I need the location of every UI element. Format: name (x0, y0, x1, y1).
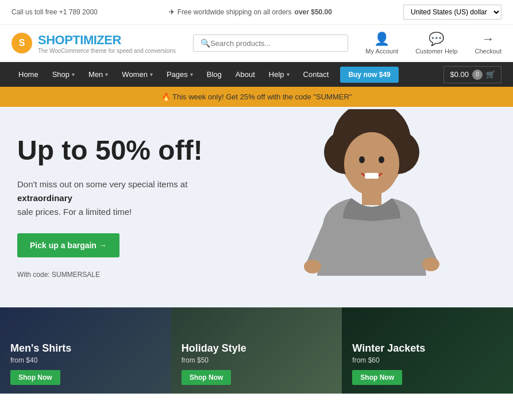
navbar: Home Shop▾ Men▾ Women▾ Pages▾ Blog About… (0, 62, 513, 87)
search-bar[interactable]: 🔍 (193, 34, 348, 52)
help-label: Customer Help (415, 48, 457, 55)
nav-items: Home Shop▾ Men▾ Women▾ Pages▾ Blog About… (11, 62, 399, 87)
shipping-prefix: Free worldwide shipping on all orders (178, 8, 292, 16)
cart-area[interactable]: $0.00 0 🛒 (443, 66, 502, 83)
nav-help[interactable]: Help▾ (262, 62, 296, 87)
logo-name-suffix: TIMIZER (72, 33, 121, 47)
hero-desc-suffix: sale prices. For a limited time! (17, 207, 132, 217)
help-icon: 💬 (429, 32, 444, 47)
men-chevron: ▾ (105, 71, 108, 78)
checkout-icon: → (482, 32, 495, 47)
plane-icon: ✈ (169, 8, 175, 16)
product-from-1: from $40 (10, 356, 161, 364)
promo-icon: 🔥 (161, 93, 171, 101)
hero-person-illustration (277, 109, 466, 305)
search-bar-inner[interactable]: 🔍 (193, 34, 348, 52)
svg-point-8 (359, 156, 365, 163)
customer-help-button[interactable]: 💬 Customer Help (415, 32, 457, 55)
product-from-2: from $50 (182, 356, 332, 364)
shipping-notice: ✈ Free worldwide shipping on all orders … (169, 8, 332, 16)
shipping-amount: over $50.00 (295, 8, 332, 16)
logo-name-prefix: SHOP (38, 33, 72, 47)
nav-shop[interactable]: Shop▾ (45, 62, 82, 87)
svg-point-12 (304, 260, 321, 273)
currency-selector-area[interactable]: United States (US) dollar (403, 5, 502, 20)
logo-area[interactable]: S SHOPTIMIZER The WooCommerce theme for … (11, 33, 176, 54)
nav-contact[interactable]: Contact (296, 62, 336, 87)
cart-icon: 🛒 (486, 70, 495, 79)
shop-now-button-2[interactable]: Shop Now (182, 370, 232, 385)
svg-point-9 (379, 156, 384, 163)
product-title-3: Winter Jackets (352, 342, 503, 355)
cart-price: $0.00 (450, 70, 469, 79)
logo-text-area: SHOPTIMIZER The WooCommerce theme for sp… (38, 33, 176, 54)
promo-text: This week only! Get 25% off with the cod… (172, 93, 352, 101)
nav-home[interactable]: Home (11, 62, 45, 87)
cart-button[interactable]: $0.00 0 🛒 (443, 66, 502, 83)
product-title-2: Holiday Style (182, 342, 332, 355)
cart-count: 0 (472, 70, 483, 80)
women-chevron: ▾ (150, 71, 153, 78)
logo-icon-letter: S (19, 38, 25, 48)
hero-content: Up to 50% off! Don't miss out on some ve… (0, 107, 257, 307)
promo-bar: 🔥 This week only! Get 25% off with the c… (0, 87, 513, 107)
header-actions: 👤 My Account 💬 Customer Help → Checkout (365, 32, 502, 55)
site-header: S SHOPTIMIZER The WooCommerce theme for … (0, 25, 513, 62)
product-card-mens-shirts: Men's Shirts from $40 Shop Now (0, 307, 171, 394)
svg-point-13 (422, 257, 439, 271)
nav-about[interactable]: About (229, 62, 262, 87)
nav-men[interactable]: Men▾ (82, 62, 115, 87)
svg-point-7 (344, 132, 399, 195)
top-bar: Call us toll free +1 789 2000 ✈ Free wor… (0, 0, 513, 25)
svg-rect-11 (362, 191, 381, 205)
shop-chevron: ▾ (72, 71, 75, 78)
products-row: Men's Shirts from $40 Shop Now Holiday S… (0, 307, 513, 394)
account-label: My Account (365, 48, 398, 55)
hero-desc-prefix: Don't miss out on some very special item… (17, 179, 187, 189)
phone-text: Call us toll free +1 789 2000 (11, 8, 98, 16)
nav-blog[interactable]: Blog (200, 62, 229, 87)
shop-now-button-3[interactable]: Shop Now (352, 370, 402, 385)
pages-chevron: ▾ (190, 71, 193, 78)
my-account-button[interactable]: 👤 My Account (365, 32, 398, 55)
product-from-3: from $60 (352, 356, 503, 364)
product-title-1: Men's Shirts (10, 342, 161, 355)
checkout-button[interactable]: → Checkout (475, 32, 502, 55)
hero-code: With code: SUMMERSALE (17, 271, 240, 279)
hero-section: Up to 50% off! Don't miss out on some ve… (0, 107, 513, 307)
hero-image (231, 107, 513, 307)
product-card-holiday-style: Holiday Style from $50 Shop Now (171, 307, 342, 394)
checkout-label: Checkout (475, 48, 502, 55)
nav-women[interactable]: Women▾ (115, 62, 160, 87)
search-icon: 🔍 (200, 38, 210, 48)
hero-desc-bold: extraordinary (17, 193, 72, 203)
product-card-winter-jackets: Winter Jackets from $60 Shop Now (342, 307, 513, 394)
nav-pages[interactable]: Pages▾ (160, 62, 200, 87)
logo-subtitle: The WooCommerce theme for speed and conv… (38, 48, 176, 54)
help-chevron: ▾ (287, 71, 290, 78)
svg-rect-10 (365, 173, 379, 179)
logo-name: SHOPTIMIZER (38, 33, 176, 48)
hero-description: Don't miss out on some very special item… (17, 178, 240, 219)
hero-cta-button[interactable]: Pick up a bargain → (17, 233, 119, 257)
currency-select[interactable]: United States (US) dollar (403, 5, 502, 20)
logo-icon: S (11, 33, 32, 53)
search-input[interactable] (210, 39, 341, 48)
hero-title: Up to 50% off! (17, 136, 240, 166)
buy-now-button[interactable]: Buy now $49 (340, 67, 398, 83)
account-icon: 👤 (374, 32, 389, 47)
shop-now-button-1[interactable]: Shop Now (10, 370, 60, 385)
